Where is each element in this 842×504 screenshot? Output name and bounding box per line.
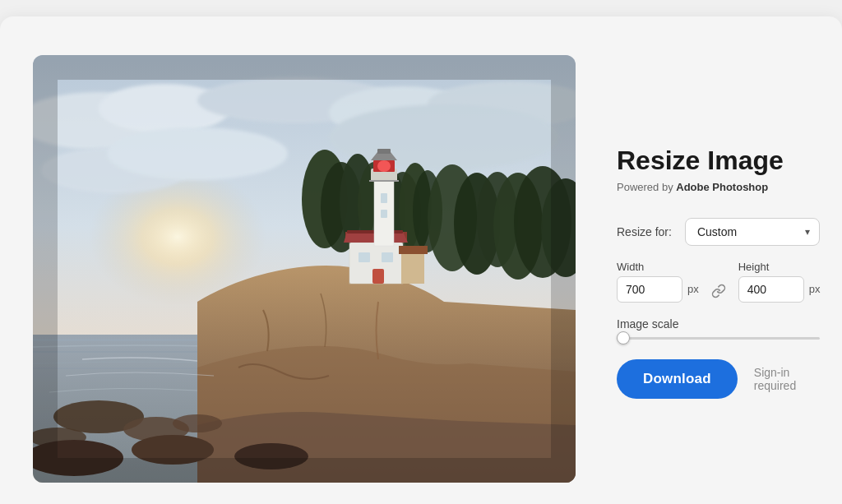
width-group: Width px [617, 261, 699, 303]
svg-rect-45 [382, 252, 393, 262]
width-input-wrapper: px [617, 276, 699, 303]
image-preview-panel [33, 55, 576, 483]
svg-rect-42 [377, 149, 391, 154]
svg-rect-47 [401, 254, 424, 284]
aspect-ratio-link-icon[interactable] [707, 280, 730, 303]
resize-for-select-wrapper: Custom Web Print Social Media ▾ [685, 218, 821, 246]
sign-in-required-text: Sign-in required [754, 366, 821, 392]
resize-for-label: Resize for: [617, 225, 672, 238]
width-input[interactable] [617, 276, 682, 303]
resize-for-select[interactable]: Custom Web Print Social Media [685, 218, 821, 246]
image-scale-label: Image scale [617, 317, 820, 331]
svg-rect-37 [381, 210, 387, 218]
svg-point-40 [377, 160, 391, 172]
svg-rect-43 [369, 180, 399, 182]
app-container: Resize Image Powered by Adobe Photoshop … [0, 16, 842, 504]
height-label: Height [738, 261, 821, 273]
lighthouse-image [33, 55, 576, 483]
height-group: Height px [738, 261, 821, 303]
title-section: Resize Image Powered by Adobe Photoshop [617, 146, 820, 192]
form-section: Resize for: Custom Web Print Social Medi… [617, 218, 820, 399]
download-button[interactable]: Download [617, 359, 738, 399]
svg-point-52 [173, 414, 222, 432]
powered-by-prefix: Powered by [617, 181, 676, 193]
svg-rect-46 [372, 269, 384, 284]
powered-by-text: Powered by Adobe Photoshop [617, 181, 820, 193]
height-input[interactable] [738, 276, 804, 303]
svg-marker-48 [399, 246, 428, 254]
resize-for-row: Resize for: Custom Web Print Social Medi… [617, 218, 820, 246]
controls-panel: Resize Image Powered by Adobe Photoshop … [617, 138, 820, 398]
height-input-wrapper: px [738, 276, 821, 303]
width-px-label: px [687, 283, 699, 295]
width-label: Width [617, 261, 699, 273]
action-row: Download Sign-in required [617, 359, 820, 399]
height-px-label: px [809, 283, 821, 295]
svg-rect-44 [359, 252, 370, 262]
page-title: Resize Image [617, 146, 820, 175]
dimensions-row: Width px Height [617, 261, 820, 303]
image-scale-section: Image scale [617, 317, 820, 340]
svg-rect-36 [381, 193, 387, 203]
image-scale-slider[interactable] [617, 337, 820, 340]
powered-by-brand: Adobe Photoshop [676, 181, 768, 193]
svg-point-9 [107, 127, 288, 180]
slider-wrapper [617, 337, 820, 340]
